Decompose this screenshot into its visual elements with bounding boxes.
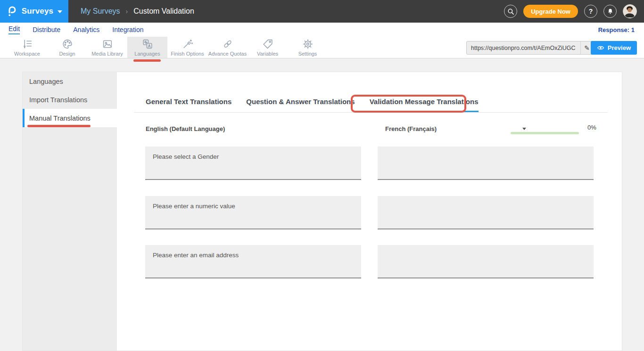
- toolbar-label: Settings: [298, 51, 317, 57]
- translations-sidebar: Languages Import Translations Manual Tra…: [23, 72, 117, 351]
- toolbar-label: Advance Quotas: [208, 51, 247, 57]
- translation-progress-percent: 0%: [587, 124, 596, 131]
- target-text-gender[interactable]: [378, 147, 594, 180]
- toolbar-label: Variables: [257, 51, 278, 57]
- questionpro-logo: [6, 5, 17, 17]
- target-text-email[interactable]: [378, 245, 594, 278]
- product-name: Surveys: [22, 7, 54, 16]
- upgrade-now-button[interactable]: Upgrade Now: [523, 5, 578, 18]
- sidebar-item-manual-translations[interactable]: Manual Translations: [23, 109, 117, 127]
- search-icon: [507, 8, 514, 15]
- media-library-icon: [101, 38, 114, 50]
- translation-tabs: General Text Translations Question & Ans…: [146, 98, 479, 112]
- notifications-button[interactable]: [603, 5, 617, 18]
- toolbar-label: Languages: [134, 51, 160, 57]
- translation-progress-bar: [511, 132, 579, 134]
- survey-url-bar: ✎: [466, 41, 594, 55]
- nav-tab-integration[interactable]: Integration: [112, 26, 143, 33]
- toolbar-design[interactable]: Design: [47, 37, 87, 58]
- toolbar-media-library[interactable]: Media Library: [87, 37, 127, 58]
- tabs-divider: [134, 112, 608, 113]
- preview-label: Preview: [608, 44, 631, 51]
- pencil-icon: ✎: [584, 44, 590, 52]
- chevron-down-icon: [58, 10, 62, 13]
- edit-toolbar: Workspace Design Media Library: [0, 37, 644, 58]
- toolbar-workspace[interactable]: Workspace: [7, 37, 47, 58]
- question-mark-icon: ?: [589, 8, 593, 15]
- breadcrumb-my-surveys[interactable]: My Surveys: [81, 7, 120, 16]
- toolbar-label: Finish Options: [171, 51, 204, 57]
- breadcrumb-separator-icon: ›: [126, 8, 128, 15]
- workspace-icon: [21, 38, 33, 50]
- finish-options-icon: [182, 38, 194, 50]
- help-button[interactable]: ?: [584, 5, 597, 18]
- variables-icon: [262, 38, 274, 50]
- nav-tab-distribute[interactable]: Distribute: [33, 26, 60, 33]
- settings-icon: [302, 38, 314, 50]
- toolbar-label: Media Library: [91, 51, 123, 57]
- nav-tab-analytics[interactable]: Analytics: [73, 26, 99, 33]
- source-language-header: English (Default Language): [146, 125, 225, 132]
- breadcrumb-current: Custom Validation: [133, 7, 194, 16]
- preview-button[interactable]: Preview: [591, 41, 637, 55]
- survey-nav: Edit Distribute Analytics Integration Re…: [0, 23, 644, 37]
- avatar-photo: [623, 5, 636, 17]
- tab-question-answer-translations[interactable]: Question & Answer Translations: [246, 98, 355, 112]
- toolbar-variables[interactable]: Variables: [248, 37, 288, 58]
- target-language-label: French (Français): [385, 125, 437, 132]
- toolbar-label: Workspace: [14, 51, 40, 57]
- survey-url-input[interactable]: [467, 41, 580, 54]
- languages-icon: [141, 38, 154, 50]
- target-language-select[interactable]: French (Français): [385, 125, 526, 132]
- target-text-numeric[interactable]: [378, 196, 594, 229]
- tab-general-text-translations[interactable]: General Text Translations: [146, 98, 231, 112]
- eye-icon: [597, 45, 604, 50]
- source-text-gender: Please select a Gender: [145, 147, 361, 180]
- user-avatar[interactable]: [623, 4, 637, 18]
- header-actions: Upgrade Now ?: [504, 4, 644, 18]
- sidebar-item-languages[interactable]: Languages: [23, 72, 117, 90]
- languages-panel: Languages Import Translations Manual Tra…: [22, 72, 622, 351]
- breadcrumb: My Surveys › Custom Validation: [81, 7, 194, 16]
- annotation-underline-languages: [133, 59, 161, 62]
- source-text-numeric: Please enter a numeric value: [145, 196, 361, 229]
- app-header: Surveys My Surveys › Custom Validation U…: [0, 0, 644, 23]
- advance-quotas-icon: [222, 38, 234, 50]
- toolbar-finish-options[interactable]: Finish Options: [167, 37, 207, 58]
- toolbar-settings[interactable]: Settings: [288, 37, 328, 58]
- bell-icon: [607, 8, 614, 15]
- toolbar-label: Design: [59, 51, 75, 57]
- nav-tab-edit[interactable]: Edit: [8, 25, 20, 34]
- toolbar-advance-quotas[interactable]: Advance Quotas: [207, 37, 248, 58]
- sidebar-item-import-translations[interactable]: Import Translations: [23, 90, 117, 109]
- product-switcher[interactable]: Surveys: [0, 0, 68, 23]
- design-icon: [61, 38, 74, 50]
- search-button[interactable]: [504, 5, 517, 18]
- chevron-down-icon: [522, 128, 526, 130]
- source-text-email: Please enter an email address: [145, 245, 361, 278]
- response-count[interactable]: Response: 1: [598, 26, 644, 33]
- manual-translations-main: General Text Translations Question & Ans…: [117, 72, 622, 351]
- tab-validation-message-translations[interactable]: Validation Message Translations: [370, 98, 479, 112]
- questionpro-app: Surveys My Surveys › Custom Validation U…: [0, 0, 644, 351]
- toolbar-languages[interactable]: Languages: [127, 37, 167, 58]
